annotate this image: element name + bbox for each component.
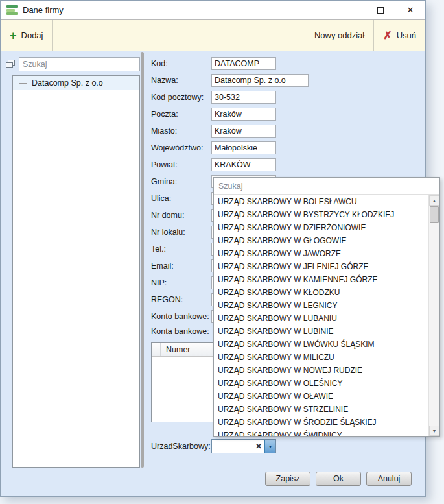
dropdown-item[interactable]: URZĄD SKARBOWY W GŁOGOWIE (214, 234, 428, 247)
titlebar: Dane firmy ✕ (1, 1, 425, 20)
form-row: Nazwa: (151, 74, 425, 87)
scrollbar-thumb[interactable] (430, 206, 439, 223)
toolbar: + Dodaj Nowy oddział ✗ Usuń (1, 20, 425, 51)
sidebar-search-input[interactable] (19, 57, 140, 71)
tax-office-dropdown-popup: URZĄD SKARBOWY W BOLESŁAWCU URZĄD SKARBO… (213, 177, 440, 437)
cascade-windows-icon (6, 60, 16, 69)
dropdown-arrow-button[interactable]: ▼ (264, 440, 275, 453)
field-label: Gmina: (151, 177, 211, 186)
add-button[interactable]: + Dodaj (1, 20, 53, 51)
maximize-button[interactable] (366, 1, 395, 19)
tax-office-row: UrzadSkarbowy: ✕ ▼ (151, 439, 425, 453)
tax-office-input[interactable] (212, 440, 253, 453)
field-label: Województwo: (151, 143, 211, 152)
dropdown-item[interactable]: URZĄD SKARBOWY W STRZELINIE (214, 403, 428, 416)
delete-x-icon: ✗ (383, 30, 391, 41)
footer-divider (151, 461, 412, 461)
tree-expander-icon[interactable] (19, 83, 27, 84)
field-input[interactable] (211, 108, 276, 121)
form-row: Kod pocztowy: (151, 91, 425, 104)
dropdown-item[interactable]: URZĄD SKARBOWY W JELENIEJ GÓRZE (214, 260, 428, 273)
new-branch-label: Nowy oddział (314, 30, 364, 40)
column-header-numer[interactable]: Numer (161, 343, 220, 356)
dropdown-item[interactable]: URZĄD SKARBOWY W LWÓWKU ŚLĄSKIM (214, 338, 428, 351)
ok-button[interactable]: Ok (316, 472, 361, 486)
dropdown-item[interactable]: URZĄD SKARBOWY W LUBINIE (214, 325, 428, 338)
minimize-icon (347, 10, 355, 10)
form-row: Województwo: (151, 141, 425, 154)
dropdown-item[interactable]: URZĄD SKARBOWY W ŚWIDNICY (214, 429, 428, 436)
field-label: Konto bankowe: (151, 312, 211, 321)
chevron-down-icon: ▼ (268, 444, 273, 449)
dropdown-item[interactable]: URZĄD SKARBOWY W DZIERŻONIOWIE (214, 221, 428, 234)
dropdown-list: URZĄD SKARBOWY W BOLESŁAWCU URZĄD SKARBO… (214, 195, 428, 436)
field-input[interactable] (211, 125, 276, 138)
dropdown-item[interactable]: URZĄD SKARBOWY W LUBANIU (214, 312, 428, 325)
dropdown-item[interactable]: URZĄD SKARBOWY W ŚRODZIE ŚLĄSKIEJ (214, 416, 428, 429)
field-label: Kod: (151, 59, 211, 68)
field-label: Poczta: (151, 110, 211, 119)
app-logo-icon (6, 5, 18, 15)
sidebar-search-row (6, 57, 140, 71)
scrollbar-track[interactable] (429, 224, 439, 426)
cancel-button[interactable]: Anuluj (366, 472, 412, 486)
add-button-label: Dodaj (21, 30, 43, 40)
dropdown-body: URZĄD SKARBOWY W BOLESŁAWCU URZĄD SKARBO… (214, 195, 439, 436)
scroll-up-icon[interactable]: ▲ (429, 195, 439, 206)
new-branch-button[interactable]: Nowy oddział (305, 20, 373, 51)
panel-splitter[interactable] (140, 52, 145, 496)
dropdown-item[interactable]: URZĄD SKARBOWY W LEGNICY (214, 299, 428, 312)
form-row: Miasto: (151, 125, 425, 138)
field-label: Ulica: (151, 194, 211, 203)
maximize-icon (377, 7, 384, 14)
dropdown-item[interactable]: URZĄD SKARBOWY W JAWORZE (214, 247, 428, 260)
footer-buttons: Zapisz Ok Anuluj (151, 472, 425, 486)
field-input[interactable] (211, 158, 276, 171)
field-input[interactable] (211, 141, 276, 154)
scroll-down-icon[interactable]: ▼ (429, 426, 439, 436)
close-button[interactable]: ✕ (395, 1, 425, 19)
window-controls: ✕ (336, 1, 425, 19)
field-label: Kod pocztowy: (151, 93, 211, 102)
form-row: Powiat: (151, 158, 425, 171)
close-icon: ✕ (407, 6, 414, 14)
delete-button-label: Usuń (397, 30, 416, 40)
dropdown-item[interactable]: URZĄD SKARBOWY W MILICZU (214, 351, 428, 364)
field-label: Nazwa: (151, 76, 211, 85)
dropdown-item[interactable]: URZĄD SKARBOWY W BYSTRZYCY KŁODZKIEJ (214, 208, 428, 221)
tree-item[interactable]: Datacomp Sp. z o.o (13, 76, 139, 90)
dropdown-item[interactable]: URZĄD SKARBOWY W KŁODZKU (214, 286, 428, 299)
field-input[interactable] (211, 74, 309, 87)
clear-icon[interactable]: ✕ (253, 440, 264, 453)
dialog-window: Dane firmy ✕ + Dodaj Nowy oddział ✗ Usuń (0, 0, 426, 497)
field-label: Email: (151, 261, 211, 270)
row-selector-column (152, 343, 161, 356)
form-row: Kod: (151, 57, 425, 70)
field-label: NIP: (151, 278, 211, 287)
dropdown-search-input[interactable] (214, 178, 439, 195)
minimize-button[interactable] (336, 1, 366, 19)
field-label: Nr lokalu: (151, 228, 211, 237)
plus-icon: + (10, 30, 17, 42)
dropdown-item[interactable]: URZĄD SKARBOWY W BOLESŁAWCU (214, 195, 428, 208)
tax-office-label: UrzadSkarbowy: (151, 442, 211, 451)
field-input[interactable] (211, 91, 276, 104)
field-input[interactable] (211, 57, 276, 70)
field-label: Tel.: (151, 245, 211, 254)
field-label: Nr domu: (151, 211, 211, 220)
dropdown-item[interactable]: URZĄD SKARBOWY W OLEŚNICY (214, 377, 428, 390)
save-button[interactable]: Zapisz (265, 472, 310, 486)
tax-office-combobox[interactable]: ✕ ▼ (211, 439, 276, 453)
dropdown-scrollbar[interactable]: ▲ ▼ (428, 195, 439, 436)
dropdown-item[interactable]: URZĄD SKARBOWY W NOWEJ RUDZIE (214, 364, 428, 377)
dropdown-item[interactable]: URZĄD SKARBOWY W OŁAWIE (214, 390, 428, 403)
delete-button[interactable]: ✗ Usuń (373, 20, 425, 51)
toolbar-spacer (53, 20, 304, 51)
dropdown-item[interactable]: URZĄD SKARBOWY W KAMIENNEJ GÓRZE (214, 273, 428, 286)
field-label: Miasto: (151, 126, 211, 136)
form-row: Poczta: (151, 108, 425, 121)
field-label: REGON: (151, 295, 211, 304)
tree-item-label: Datacomp Sp. z o.o (32, 78, 103, 88)
company-tree: Datacomp Sp. z o.o (12, 75, 140, 468)
window-title: Dane firmy (23, 5, 64, 15)
